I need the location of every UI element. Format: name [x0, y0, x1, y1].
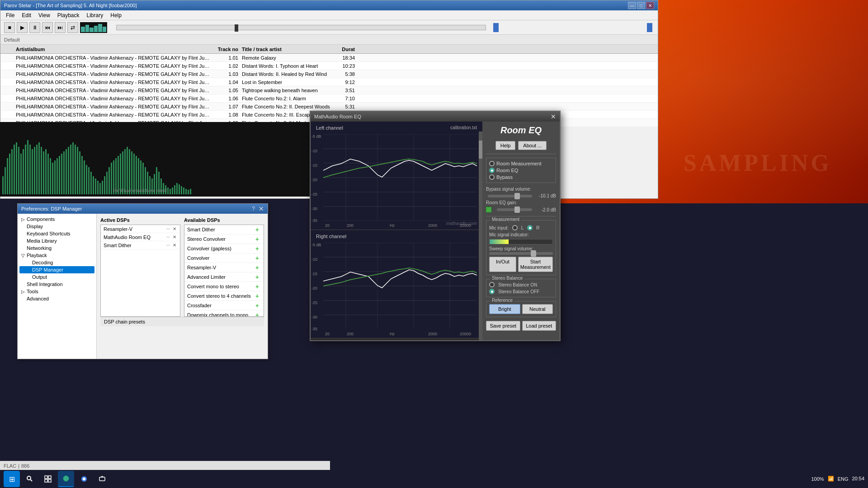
avail-dsp-down-mono[interactable]: Downmix channels to mono+ — [184, 310, 264, 317]
tree-item-display[interactable]: Display — [19, 223, 94, 230]
dsp-remove-btn-2[interactable]: ✕ — [172, 242, 177, 248]
tree-item-playback[interactable]: ▽Playback — [19, 252, 94, 259]
neutral-btn[interactable]: Neutral — [522, 304, 553, 314]
graph-scrollbar[interactable] — [479, 131, 482, 340]
stop-btn[interactable]: ■ — [4, 22, 15, 33]
col-artist-header[interactable]: Artist/album — [16, 47, 210, 52]
random-btn[interactable]: ⇄ — [67, 22, 78, 33]
add-stereo-4ch[interactable]: + — [254, 292, 261, 300]
avail-dsp-resampler[interactable]: Resampler-V+ — [184, 263, 264, 272]
bypass-slider[interactable] — [488, 195, 532, 197]
add-smart-dither[interactable]: + — [254, 226, 261, 233]
start-measurement-btn[interactable]: Start Measurement — [518, 257, 553, 272]
tree-item-keyboard[interactable]: Keyboard Shortcuts — [19, 230, 94, 237]
help-btn[interactable]: Help — [495, 141, 516, 150]
tree-item-advanced[interactable]: Advanced — [19, 295, 94, 302]
avail-dsp-stereo-conv[interactable]: Stereo Convolver+ — [184, 235, 264, 244]
add-conv-gap[interactable]: + — [254, 245, 261, 252]
tree-item-media-library[interactable]: Media Library — [19, 237, 94, 244]
col-dur-header[interactable]: Durat — [332, 47, 355, 52]
table-row[interactable]: PHILHARMONIA ORCHESTRA - Vladimir Ashken… — [0, 70, 658, 78]
avail-dsp-mono-stereo[interactable]: Convert mono to stereo+ — [184, 282, 264, 291]
tree-item-networking[interactable]: Networking — [19, 244, 94, 252]
menu-edit[interactable]: Edit — [18, 11, 35, 19]
room-eq-gain-thumb[interactable] — [514, 206, 520, 213]
stereo-off-row[interactable]: Stereo Balance OFF — [489, 289, 553, 294]
add-conv[interactable]: + — [254, 254, 261, 262]
dsp-config-btn-2[interactable]: ··· — [165, 242, 171, 248]
prefs-help-icon[interactable]: ? — [252, 206, 255, 212]
about-btn[interactable]: About ... — [518, 141, 547, 150]
bright-btn[interactable]: Bright — [489, 304, 520, 314]
menu-library[interactable]: Library — [83, 11, 107, 19]
sweep-slider[interactable] — [489, 252, 553, 255]
radio-room-meas[interactable] — [489, 161, 495, 166]
avail-dsp-smart-dither[interactable]: Smart Dither+ — [184, 225, 264, 235]
maximize-btn[interactable]: □ — [637, 2, 645, 9]
mode-room-measurement[interactable]: Room Measurement — [489, 161, 553, 166]
taskbar-extra[interactable] — [94, 471, 110, 487]
prev-btn[interactable]: ⏮ — [42, 22, 53, 33]
menu-file[interactable]: File — [2, 11, 18, 19]
roomEQ-close-btn[interactable]: ✕ — [551, 113, 556, 120]
next-btn[interactable]: ⏭ — [55, 22, 66, 33]
dsp-remove-btn-0[interactable]: ✕ — [172, 226, 177, 232]
start-button[interactable]: ⊞ — [4, 471, 20, 487]
progress-bar[interactable] — [116, 25, 486, 30]
add-mono-stereo[interactable]: + — [254, 283, 261, 290]
tree-item-dsp-manager[interactable]: DSP Manager — [19, 266, 94, 273]
tree-item-tools[interactable]: ▷Tools — [19, 288, 94, 295]
menu-view[interactable]: View — [35, 11, 54, 19]
prefs-close-icon[interactable]: ✕ — [259, 205, 264, 212]
sweep-slider-thumb[interactable] — [531, 250, 536, 257]
stereo-on-row[interactable]: Stereo Balance ON — [489, 282, 553, 287]
menu-help[interactable]: Help — [107, 11, 125, 19]
minimize-btn[interactable]: — — [628, 2, 636, 9]
table-row[interactable]: PHILHARMONIA ORCHESTRA - Vladimir Ashken… — [0, 78, 658, 86]
radio-stereo-off[interactable] — [489, 289, 495, 294]
tree-item-output[interactable]: Output — [19, 273, 94, 281]
mode-bypass[interactable]: Bypass — [489, 174, 553, 180]
radio-mic-L[interactable] — [512, 225, 518, 230]
scrollbar-thumb[interactable] — [479, 141, 482, 159]
avail-dsp-stereo-4ch[interactable]: Convert stereo to 4 channels+ — [184, 291, 264, 301]
radio-bypass[interactable] — [489, 174, 495, 180]
save-preset-btn[interactable]: Save preset — [486, 321, 520, 331]
radio-mic-R[interactable] — [527, 225, 533, 230]
tree-item-shell[interactable]: Shell Integration — [19, 281, 94, 288]
mode-room-eq[interactable]: Room EQ — [489, 168, 553, 173]
play-btn[interactable]: ▶ — [17, 22, 28, 33]
tree-item-components[interactable]: ▷Components — [19, 216, 94, 223]
avail-dsp-crossfader[interactable]: Crossfader+ — [184, 301, 264, 310]
avail-dsp-conv[interactable]: Convolver+ — [184, 253, 264, 263]
table-row[interactable]: PHILHARMONIA ORCHESTRA - Vladimir Ashken… — [0, 54, 658, 62]
radio-room-eq[interactable] — [489, 168, 495, 173]
pause-btn[interactable]: ⏸ — [29, 22, 40, 33]
table-row[interactable]: PHILHARMONIA ORCHESTRA - Vladimir Ashken… — [0, 86, 658, 94]
close-btn[interactable]: ✕ — [646, 2, 654, 9]
taskbar-foobar[interactable] — [58, 471, 74, 487]
avail-dsp-conv-gap[interactable]: Convolver (gapless)+ — [184, 244, 264, 253]
dsp-config-btn-1[interactable]: ··· — [165, 234, 171, 240]
load-preset-btn[interactable]: Load preset — [522, 321, 557, 331]
dsp-active-mathaudio[interactable]: MathAudio Room EQ ··· ✕ — [101, 233, 180, 241]
add-stereo-conv[interactable]: + — [254, 235, 261, 243]
add-down-mono[interactable]: + — [254, 311, 261, 317]
table-row[interactable]: PHILHARMONIA ORCHESTRA - Vladimir Ashken… — [0, 103, 658, 111]
taskbar-chrome[interactable] — [76, 471, 92, 487]
menu-playback[interactable]: Playback — [54, 11, 83, 19]
add-crossfader[interactable]: + — [254, 302, 261, 309]
dsp-active-smartdither[interactable]: Smart Dither ··· ✕ — [101, 241, 180, 249]
tree-item-decoding[interactable]: Decoding — [19, 259, 94, 266]
dsp-config-btn-0[interactable]: ··· — [165, 226, 171, 232]
col-title-header[interactable]: Title / track artist — [242, 47, 332, 52]
add-adv-limiter[interactable]: + — [254, 273, 261, 281]
in-out-btn[interactable]: In/Out — [489, 257, 516, 272]
taskbar-task-view[interactable] — [40, 471, 56, 487]
radio-stereo-on[interactable] — [489, 282, 495, 287]
dsp-active-resampler[interactable]: Resampler-V ··· ✕ — [101, 225, 180, 233]
room-eq-gain-slider[interactable] — [497, 208, 532, 211]
col-trackno-header[interactable]: Track no — [210, 47, 242, 52]
bypass-slider-thumb[interactable] — [514, 193, 520, 199]
avail-dsp-adv-limiter[interactable]: Advanced Limiter+ — [184, 272, 264, 282]
